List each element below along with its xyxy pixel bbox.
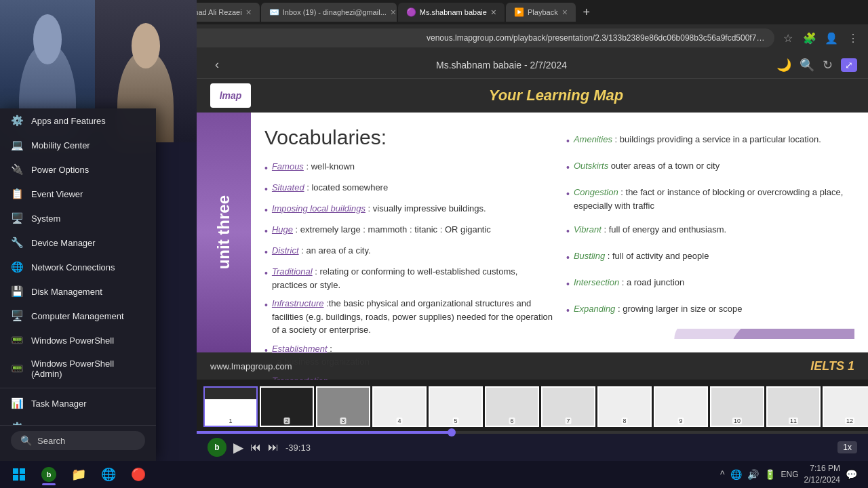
bullet-intersection: • (566, 277, 570, 291)
thumbnail-11[interactable]: 11 (766, 386, 821, 427)
powershell-label: Windows PowerShell (31, 336, 114, 346)
taskbar-clock[interactable]: 7:16 PM 2/12/2024 (804, 463, 840, 486)
vocab-vibrant: • Vibrant : full of energy and enthusias… (566, 223, 854, 239)
skip-forward-button[interactable]: ⏭ (268, 441, 279, 453)
thumbnail-12[interactable]: 12 (823, 386, 868, 427)
bbb-logo[interactable]: b (208, 438, 226, 457)
menu-item-computer-mgmt[interactable]: 🖥️ Computer Management (0, 304, 156, 328)
vocab-intersection: • Intersection : a road junction (566, 276, 854, 291)
tab-close-4[interactable]: × (491, 7, 496, 18)
vocab-imposing: • Imposing local buildings : visually im… (264, 202, 553, 218)
moon-button[interactable]: 🌙 (776, 58, 791, 73)
windows-logo-icon (12, 468, 26, 481)
controls-row: b ▶ ⏮ ⏭ -39:13 1x (197, 434, 868, 461)
vocab-situated: • Situated : located somewhere (264, 181, 553, 197)
taskbar-bbb[interactable]: b (35, 462, 62, 487)
bullet-district: • (264, 245, 268, 260)
thumbnail-1[interactable]: 1 (203, 386, 258, 427)
bookmark-button[interactable]: ☆ (778, 28, 797, 47)
menu-divider-1 (0, 388, 156, 388)
def-bustling: : full of activity and people (605, 251, 709, 261)
url-text: venous.lmapgroup.com/playback/presentati… (427, 33, 766, 43)
progress-bar-fill (197, 431, 452, 434)
speed-badge[interactable]: 1x (837, 441, 857, 453)
event-icon: 📋 (11, 188, 23, 200)
tray-volume-icon[interactable]: 🔊 (747, 469, 759, 480)
taskbar-lang[interactable]: ENG (781, 470, 799, 479)
tray-chevron-icon[interactable]: ^ (720, 469, 725, 480)
menu-item-task-manager[interactable]: 📊 Task Manager (0, 391, 156, 415)
svg-point-1 (732, 329, 854, 339)
tab-close-5[interactable]: × (562, 7, 568, 18)
thumbnail-8[interactable]: 8 (597, 386, 652, 427)
extensions-button[interactable]: 🧩 (800, 28, 819, 47)
menu-item-power[interactable]: 🔌 Power Options (0, 157, 156, 182)
start-button[interactable] (5, 462, 33, 487)
thumbnail-3[interactable]: 3 (316, 386, 370, 427)
thumbnail-4[interactable]: 4 (372, 386, 427, 427)
system-icon: 🖥️ (11, 212, 23, 224)
taskbar-app4[interactable]: 🔴 (125, 462, 152, 487)
taskbar-files[interactable]: 📁 (65, 462, 92, 487)
tab-4[interactable]: 🟣 Ms.shabnam babaie × (398, 3, 505, 22)
term-congestion: Congestion (574, 187, 618, 197)
tab-3[interactable]: ✉️ Inbox (19) - dinaghezi@gmail... × (261, 3, 397, 22)
thumbnail-9[interactable]: 9 (654, 386, 708, 427)
menu-item-disk[interactable]: 💾 Disk Management (0, 279, 156, 304)
term-situated: Situated (272, 182, 304, 192)
term-amenities: Amenities (574, 134, 612, 144)
progress-handle[interactable] (448, 428, 456, 436)
bullet-famous: • (264, 161, 268, 176)
profile-button[interactable]: 👤 (822, 28, 841, 47)
tray-battery-icon[interactable]: 🔋 (764, 469, 776, 480)
clock-date: 2/12/2024 (804, 474, 840, 486)
nav-actions: ☆ 🧩 👤 ⋮ (778, 28, 863, 47)
thumbnail-6[interactable]: 6 (485, 386, 539, 427)
menu-item-event[interactable]: 📋 Event Viewer (0, 182, 156, 206)
menu-item-system[interactable]: 🖥️ System (0, 206, 156, 230)
menu-item-powershell-admin[interactable]: 📟 Windows PowerShell (Admin) (0, 352, 156, 385)
menu-item-settings[interactable]: ⚙️ Settings (0, 415, 156, 425)
tab-close-2[interactable]: × (246, 7, 252, 18)
menu-item-network[interactable]: 🌐 Network Connections (0, 255, 156, 279)
vocab-huge: • Huge : extremely large : mammoth : tit… (264, 223, 553, 239)
menu-item-mobility[interactable]: 💻 Mobility Center (0, 133, 156, 157)
mobility-label: Mobility Center (31, 140, 90, 150)
vocab-infrastructure: • Infrastructure :the basic physical and… (264, 297, 553, 337)
play-button[interactable]: ▶ (233, 439, 243, 455)
search-header-button[interactable]: 🔍 (800, 58, 814, 73)
bullet-traditional: • (264, 266, 268, 291)
tab-5[interactable]: ▶️ Playback × (506, 3, 576, 22)
thumbnail-bar: 1 2 3 4 5 6 7 (197, 380, 868, 434)
term-transportation: Transportation (272, 374, 328, 380)
tab-close-3[interactable]: × (391, 7, 396, 18)
new-tab-button[interactable]: + (577, 3, 596, 22)
start-menu-bottom: 🔍 Search (0, 425, 156, 461)
skip-back-button[interactable]: ⏮ (250, 441, 261, 453)
thumbnail-2[interactable]: 2 (260, 386, 314, 427)
disk-label: Disk Management (31, 287, 102, 297)
menu-item-powershell[interactable]: 📟 Windows PowerShell (0, 328, 156, 352)
presentation-title: Ms.shabnam babaie - 2/7/2024 (226, 60, 776, 70)
thumbnail-5[interactable]: 5 (429, 386, 483, 427)
svg-rect-3 (20, 468, 25, 474)
power-icon: 🔌 (11, 163, 23, 176)
refresh-header-button[interactable]: ↻ (823, 58, 833, 73)
network-icon: 🌐 (11, 261, 23, 273)
term-famous: Famous (272, 161, 304, 171)
menu-item-device[interactable]: 🔧 Device Manager (0, 230, 156, 255)
start-search[interactable]: 🔍 Search (11, 431, 145, 450)
taskbar-chrome[interactable]: 🌐 (95, 462, 122, 487)
thumbnail-10[interactable]: 10 (710, 386, 764, 427)
tray-network-icon[interactable]: 🌐 (730, 469, 742, 480)
header-bar: ‹ Ms.shabnam babaie - 2/7/2024 🌙 🔍 ↻ ⤢ (197, 52, 868, 79)
fullscreen-button[interactable]: ⤢ (841, 58, 857, 72)
thumbnail-7[interactable]: 7 (541, 386, 595, 427)
def-situated: : located somewhere (304, 182, 389, 192)
menu-button[interactable]: ⋮ (844, 28, 863, 47)
menu-item-apps-features[interactable]: ⚙️ Apps and Features (0, 108, 156, 133)
sidebar-toggle-button[interactable]: ‹ (208, 56, 226, 75)
network-label: Network Connections (31, 262, 115, 272)
tray-notification-icon[interactable]: 💬 (846, 469, 857, 480)
progress-bar-container[interactable] (197, 431, 868, 434)
